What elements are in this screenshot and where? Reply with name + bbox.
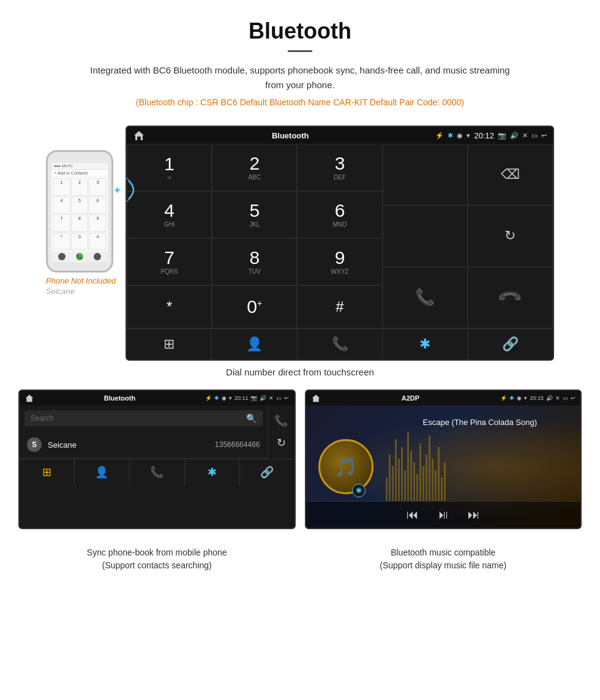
- phonebook-app-name: Bluetooth: [104, 394, 135, 402]
- mu-layout-icon: ▭: [563, 395, 568, 401]
- phonebook-home-icon: [24, 394, 34, 402]
- pb-wifi-icon: ▾: [229, 395, 232, 401]
- pb-nav-bt[interactable]: ✱: [185, 459, 240, 485]
- dial-area: 1 ∞ 2 ABC 3 DEF 4 GHI 5 JKL: [127, 144, 553, 328]
- dial-key-9[interactable]: 9 WXYZ: [297, 238, 382, 285]
- phone-image: ●●● MOTO + Add to Contacts 1 2 3 4 5 6 7…: [46, 150, 113, 273]
- pb-phone-icon[interactable]: 📞: [274, 414, 288, 427]
- phone-keypad: 1 2 3 4 5 6 7 8 9 * 0 #: [51, 177, 108, 251]
- car-nav-bluetooth[interactable]: ✱: [383, 329, 468, 359]
- dial-key-2[interactable]: 2 ABC: [212, 144, 297, 191]
- music-app-name: A2DP: [402, 394, 419, 402]
- music-note-icon: 🎵: [334, 456, 357, 478]
- call-red-button[interactable]: 📞: [468, 267, 553, 328]
- next-button[interactable]: ⏭: [468, 508, 480, 522]
- mu-time: 20:15: [530, 395, 544, 401]
- music-caption: Bluetooth music compatible(Support displ…: [305, 546, 582, 572]
- page-description: Integrated with BC6 Bluetooth module, su…: [86, 63, 514, 92]
- dial-key-star[interactable]: *: [127, 285, 212, 328]
- phonebook-panel: Bluetooth ⚡ ✱ ◉ ▾ 20:11 📷 🔊 ✕ ▭ ↩ Search…: [18, 390, 296, 529]
- refresh-button[interactable]: ↻: [468, 205, 553, 266]
- contact-name: Seicane: [48, 440, 215, 450]
- music-controls: ⏮ ⏯ ⏭: [306, 501, 581, 528]
- phonebook-status-bar: Bluetooth ⚡ ✱ ◉ ▾ 20:11 📷 🔊 ✕ ▭ ↩: [20, 391, 294, 405]
- page-header: Bluetooth Integrated with BC6 Bluetooth …: [0, 0, 600, 126]
- search-icon: 🔍: [246, 413, 257, 423]
- music-content: 🎵 ✱ Escape (The Pina Colada Song) ⏮ ⏯ ⏭: [306, 405, 581, 528]
- dial-empty-1: [383, 144, 468, 205]
- bottom-panels: Bluetooth ⚡ ✱ ◉ ▾ 20:11 📷 🔊 ✕ ▭ ↩ Search…: [0, 390, 600, 529]
- search-bar[interactable]: Search 🔍: [24, 410, 263, 426]
- svg-marker-4: [312, 395, 319, 402]
- contact-avatar: S: [27, 437, 42, 452]
- svg-marker-3: [26, 395, 33, 402]
- contact-phone: 13566664466: [215, 440, 260, 449]
- mu-close-icon: ✕: [555, 395, 560, 401]
- phone-screen: ●●● MOTO + Add to Contacts 1 2 3 4 5 6 7…: [51, 163, 108, 262]
- play-pause-button[interactable]: ⏯: [437, 508, 449, 522]
- car-screen: Bluetooth ⚡ ✱ ◉ ▾ 20:12 📷 🔊 ✕ ▭ ↩ 1: [126, 126, 554, 361]
- phone-screen-header: ●●● MOTO: [51, 163, 108, 170]
- music-caption-block: Bluetooth music compatible(Support displ…: [305, 541, 582, 572]
- bluetooth-icon-status: ✱: [448, 132, 453, 140]
- dial-actions: ⌫ ↻ 📞 📞: [383, 144, 553, 328]
- pb-layout-icon: ▭: [276, 395, 282, 401]
- bt-badge: ✱: [352, 484, 366, 497]
- dial-key-0[interactable]: 0+: [212, 285, 297, 328]
- dial-key-5[interactable]: 5 JKL: [212, 191, 297, 238]
- mu-loc-icon: ◉: [517, 395, 522, 401]
- usb-icon: ⚡: [435, 132, 444, 140]
- car-nav-link[interactable]: 🔗: [468, 329, 553, 359]
- equalizer: [386, 424, 575, 501]
- pb-sync-icon[interactable]: ↻: [277, 436, 286, 450]
- mu-vol-icon: 🔊: [546, 395, 553, 401]
- car-nav-contacts[interactable]: 👤: [212, 329, 297, 359]
- home-icon[interactable]: [133, 130, 145, 141]
- mu-usb-icon: ⚡: [500, 395, 507, 401]
- close-icon: ✕: [522, 132, 528, 140]
- dial-key-8[interactable]: 8 TUV: [212, 238, 297, 285]
- title-divider: [288, 50, 312, 52]
- status-time: 20:12: [474, 131, 494, 140]
- backspace-button[interactable]: ⌫: [468, 144, 553, 205]
- pb-nav-call[interactable]: 📞: [130, 459, 185, 485]
- pb-bt-icon: ✱: [214, 395, 219, 401]
- car-bottom-nav: ⊞ 👤 📞 ✱ 🔗: [127, 328, 553, 359]
- music-status-bar: A2DP ⚡ ✱ ◉ ▾ 20:15 🔊 ✕ ▭ ↩: [306, 391, 581, 405]
- seicane-watermark: Seicane: [46, 287, 116, 296]
- page-specs: (Bluetooth chip : CSR BC6 Default Blueto…: [12, 97, 588, 107]
- search-placeholder: Search: [31, 414, 54, 423]
- dial-key-7[interactable]: 7 PQRS: [127, 238, 212, 285]
- phonebook-bottom-nav: ⊞ 👤 📞 ✱ 🔗: [20, 459, 294, 485]
- dial-key-hash[interactable]: #: [297, 285, 382, 328]
- dial-key-1[interactable]: 1 ∞: [127, 144, 212, 191]
- car-screen-app-name: Bluetooth: [272, 131, 309, 140]
- car-nav-call[interactable]: 📞: [298, 329, 383, 359]
- phonebook-body: Search 🔍 S Seicane 13566664466 📞 ↻: [20, 405, 294, 459]
- pb-nav-link[interactable]: 🔗: [240, 459, 294, 485]
- call-green-button[interactable]: 📞: [383, 267, 468, 328]
- pb-vol-icon: 🔊: [260, 395, 266, 401]
- dial-key-4[interactable]: 4 GHI: [127, 191, 212, 238]
- pb-nav-dialpad[interactable]: ⊞: [20, 459, 75, 485]
- pb-cam-icon: 📷: [250, 395, 257, 401]
- add-contacts-label: + Add to Contacts: [51, 170, 108, 177]
- pb-usb-icon: ⚡: [205, 395, 212, 401]
- song-title: Escape (The Pina Colada Song): [386, 418, 575, 427]
- dial-key-3[interactable]: 3 DEF: [297, 144, 382, 191]
- svg-text:✦: ✦: [113, 184, 122, 197]
- prev-button[interactable]: ⏮: [407, 508, 419, 522]
- main-caption: Dial number direct from touchscreen: [0, 367, 600, 377]
- pb-loc-icon: ◉: [222, 395, 227, 401]
- dial-keypad: 1 ∞ 2 ABC 3 DEF 4 GHI 5 JKL: [127, 144, 383, 328]
- phone-mockup: ●●● MOTO + Add to Contacts 1 2 3 4 5 6 7…: [46, 150, 116, 296]
- music-home-icon: [311, 394, 321, 402]
- location-icon: ◉: [457, 132, 463, 140]
- phone-bottom-bar: 📞: [51, 251, 108, 262]
- phonebook-main: Search 🔍 S Seicane 13566664466: [20, 405, 268, 459]
- car-nav-dialpad[interactable]: ⊞: [127, 329, 212, 359]
- pb-nav-contacts[interactable]: 👤: [75, 459, 130, 485]
- mu-wifi-icon: ▾: [524, 395, 527, 401]
- bluetooth-signal: ✦: [111, 175, 136, 208]
- dial-key-6[interactable]: 6 MNO: [297, 191, 382, 238]
